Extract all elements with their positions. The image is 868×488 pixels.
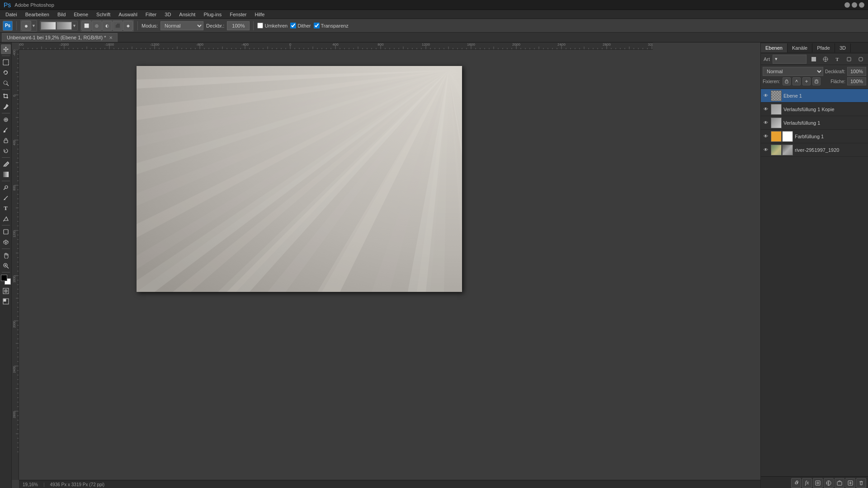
menu-bearbeiten[interactable]: Bearbeiten	[22, 11, 53, 18]
gradient-radial-icon[interactable]: ◎	[92, 21, 102, 31]
brush-tool[interactable]	[1, 125, 11, 135]
hand-tool[interactable]	[1, 250, 11, 260]
filter-type-btn[interactable]: T	[833, 55, 842, 64]
eraser-tool[interactable]	[1, 159, 11, 169]
transparency-checkbox-label[interactable]: Transparenz	[314, 23, 349, 28]
filter-adjust-btn[interactable]	[821, 55, 830, 64]
pen-tool[interactable]	[1, 193, 11, 203]
dither-checkbox-label[interactable]: Dither	[290, 23, 311, 28]
close-btn[interactable]	[859, 2, 864, 8]
ps-home-btn[interactable]: Ps	[3, 21, 13, 31]
transparency-checkbox[interactable]	[314, 23, 320, 28]
gradient-angle-icon[interactable]: ◐	[102, 21, 112, 31]
layer-item-verlauf-kopie[interactable]: 👁 Verlaufsfüllung 1 Kopie	[761, 103, 868, 116]
filter-shape-btn[interactable]	[844, 55, 854, 64]
path-select-tool[interactable]	[1, 214, 11, 224]
screen-mode-btn[interactable]	[1, 296, 11, 306]
filter-smart-btn[interactable]	[856, 55, 865, 64]
add-mask-btn[interactable]	[813, 478, 823, 488]
layer-item-river[interactable]: 👁 river-2951997_1920	[761, 143, 868, 157]
gradient-dropdown-arrow[interactable]: ▼	[72, 23, 77, 28]
layer-item-ebene1[interactable]: 👁 Ebene 1	[761, 89, 868, 103]
quick-select-tool[interactable]	[1, 78, 11, 88]
blend-mode-select[interactable]: Normal Auflösen Multiplizieren	[763, 67, 823, 76]
3d-tool[interactable]	[1, 237, 11, 247]
layers-list[interactable]: 👁 Ebene 1 👁 Verlaufsfüllung 1 Kopie 👁	[761, 89, 868, 476]
menu-hilfe[interactable]: Hilfe	[251, 11, 268, 18]
doc-tab-close[interactable]: ✕	[109, 35, 113, 40]
link-layers-btn[interactable]	[791, 478, 801, 488]
history-brush-tool[interactable]	[1, 146, 11, 156]
menu-3d[interactable]: 3D	[161, 11, 175, 18]
gradient-reflected-icon[interactable]: ⬛	[113, 21, 123, 31]
gradient-diamond-icon[interactable]: ◆	[123, 21, 133, 31]
maximize-btn[interactable]	[852, 2, 857, 8]
add-adjustment-btn[interactable]	[824, 478, 834, 488]
lock-pixels-btn[interactable]	[793, 77, 801, 85]
menu-bild[interactable]: Bild	[54, 11, 69, 18]
lock-transparent-btn[interactable]	[783, 77, 791, 85]
gradient-linear-btn[interactable]	[41, 22, 56, 30]
gradient-linear-icon[interactable]: ⬜	[81, 21, 91, 31]
marquee-tool[interactable]	[1, 57, 11, 67]
lock-all-btn[interactable]	[812, 77, 821, 85]
stamp-tool[interactable]	[1, 136, 11, 145]
layer-item-verlauf[interactable]: 👁 Verlaufsfüllung 1	[761, 116, 868, 130]
tab-ebenen[interactable]: Ebenen	[761, 43, 788, 52]
dodge-tool[interactable]	[1, 183, 11, 192]
lasso-tool[interactable]	[1, 68, 11, 78]
filter-pixel-btn[interactable]	[809, 55, 818, 64]
tab-3d[interactable]: 3D	[835, 43, 851, 52]
menu-ansicht[interactable]: Ansicht	[175, 11, 199, 18]
delete-layer-btn[interactable]	[856, 478, 866, 488]
mode-select[interactable]: Normal Auflösen Multiplizieren	[160, 21, 203, 30]
zoom-tool[interactable]	[1, 261, 11, 271]
fill-value-input[interactable]	[847, 77, 866, 85]
brush-tip-btn[interactable]: ●	[21, 21, 31, 31]
canvas-document[interactable]	[137, 66, 462, 292]
brush-preset-group[interactable]: ● ▼	[20, 20, 37, 32]
menu-plugins[interactable]: Plug-ins	[200, 11, 225, 18]
text-tool[interactable]: T	[1, 203, 11, 213]
brush-dropdown-arrow[interactable]: ▼	[32, 23, 36, 28]
gradient-tool[interactable]	[1, 169, 11, 179]
lock-position-btn[interactable]	[802, 77, 811, 85]
quick-mask-btn[interactable]	[1, 286, 11, 296]
canvas-scroll-area[interactable]	[19, 50, 760, 480]
menu-schrift[interactable]: Schrift	[93, 11, 114, 18]
menu-ebene[interactable]: Ebene	[70, 11, 92, 18]
title-bar-buttons[interactable]	[844, 2, 864, 8]
doc-tab-main[interactable]: Unbenannt-1 bei 19,2% (Ebene 1, RGB/8#) …	[2, 33, 118, 42]
gradient-style-group[interactable]: ▼	[40, 21, 78, 31]
menu-auswahl[interactable]: Auswahl	[115, 11, 141, 18]
tab-pfade[interactable]: Pfade	[812, 43, 835, 52]
dither-checkbox[interactable]	[290, 23, 296, 28]
layer-eye-ebene1[interactable]: 👁	[763, 93, 769, 99]
heal-tool[interactable]	[1, 115, 11, 125]
layer-item-farbfuellung[interactable]: 👁 Farbfüllung 1	[761, 130, 868, 143]
gradient-type-group[interactable]: ⬜ ◎ ◐ ⬛ ◆	[80, 20, 134, 32]
fg-color-swatch[interactable]	[1, 275, 7, 281]
menu-datei[interactable]: Datei	[2, 11, 21, 18]
layer-eye-verlauf-kopie[interactable]: 👁	[763, 106, 769, 113]
add-layer-btn[interactable]	[845, 478, 855, 488]
crop-tool[interactable]	[1, 91, 11, 101]
add-style-btn[interactable]: fx	[802, 478, 812, 488]
move-tool[interactable]	[1, 44, 11, 54]
gradient-radial-btn[interactable]	[57, 22, 72, 30]
minimize-btn[interactable]	[844, 2, 850, 8]
reverse-checkbox[interactable]	[257, 23, 263, 28]
tab-kanaele[interactable]: Kanäle	[788, 43, 812, 52]
art-select[interactable]: ▾	[773, 55, 807, 64]
add-group-btn[interactable]	[835, 478, 844, 488]
layer-eye-verlauf[interactable]: 👁	[763, 120, 769, 126]
layer-eye-farbfuellung[interactable]: 👁	[763, 133, 769, 140]
shape-tool[interactable]	[1, 227, 11, 237]
menu-fenster[interactable]: Fenster	[226, 11, 250, 18]
layer-eye-river[interactable]: 👁	[763, 147, 769, 153]
opacity-input[interactable]	[227, 21, 250, 30]
reverse-checkbox-label[interactable]: Umkehren	[257, 23, 288, 28]
color-swatches[interactable]	[1, 275, 11, 285]
menu-filter[interactable]: Filter	[142, 11, 160, 18]
opacity-value-input[interactable]	[847, 67, 866, 76]
